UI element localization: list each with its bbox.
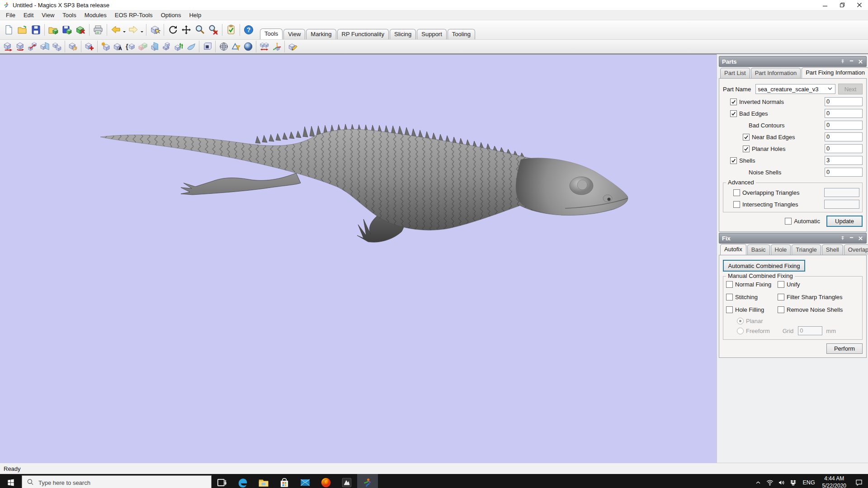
ribbon-tab-tools[interactable]: Tools (260, 28, 283, 39)
freeform-radio[interactable] (737, 328, 744, 334)
planar-radio[interactable] (737, 318, 744, 324)
tab-overlap[interactable]: Overlap (844, 244, 868, 255)
action-center-icon[interactable] (850, 474, 868, 488)
wireframe-view-button[interactable] (217, 41, 230, 52)
perform-button[interactable]: Perform (826, 343, 863, 354)
ribbon-tab-slicing[interactable]: Slicing (390, 29, 416, 39)
search-input[interactable] (38, 479, 184, 487)
intersecting-triangles-value-field[interactable] (824, 200, 859, 209)
save-part-button[interactable] (60, 23, 74, 37)
label-part-button[interactable]: A (112, 41, 124, 52)
firefox-taskbar-button[interactable] (316, 474, 336, 488)
clock[interactable]: 4:44 AM 5/22/2020 (819, 475, 850, 488)
collapse-panel-icon[interactable] (848, 58, 854, 65)
edge-taskbar-button[interactable] (232, 474, 253, 488)
coordinate-system-button[interactable] (270, 41, 283, 52)
ribbon-tab-support[interactable]: Support (417, 29, 447, 39)
close-button[interactable] (851, 0, 868, 10)
hidden-icons-chevron-icon[interactable] (752, 474, 764, 488)
restore-button[interactable] (834, 0, 851, 10)
shaded-view-button[interactable] (242, 41, 254, 52)
ribbon-tab-rp-functionality[interactable]: RP Functionality (337, 29, 389, 39)
translate-part-button[interactable] (2, 41, 14, 52)
shells-value-field[interactable]: 3 (825, 156, 863, 165)
menu-modules[interactable]: Modules (80, 11, 111, 19)
intersecting-triangles-checkbox[interactable] (733, 201, 740, 208)
next-part-button[interactable]: Next (838, 84, 863, 94)
inverted-normals-checkbox[interactable] (730, 99, 737, 105)
ribbon-tab-marking[interactable]: Marking (306, 29, 336, 39)
ribbon-tab-view[interactable]: View (283, 29, 305, 39)
compare-parts-button[interactable] (258, 41, 270, 52)
close-panel-icon[interactable] (857, 235, 863, 241)
store-taskbar-button[interactable] (274, 474, 295, 488)
filter-sharp-triangles-checkbox[interactable] (778, 294, 784, 300)
shrink-part-button[interactable] (99, 41, 112, 52)
collapse-panel-icon[interactable] (848, 235, 854, 241)
merge-parts-button[interactable] (136, 41, 148, 52)
grid-value-field[interactable]: 0 (798, 326, 822, 335)
dropdown-arrow-icon[interactable] (123, 31, 126, 34)
tab-autofix[interactable]: Autofix (720, 244, 746, 255)
edit-triangles-button[interactable] (287, 41, 299, 52)
fix-panel-header[interactable]: Fix (719, 233, 867, 244)
close-panel-icon[interactable] (857, 58, 863, 65)
task-view-taskbar-button[interactable] (212, 474, 232, 488)
tab-basic[interactable]: Basic (747, 244, 770, 255)
tab-part-information[interactable]: Part Information (751, 68, 801, 78)
sea-creature-lizard-model[interactable] (0, 55, 717, 463)
remove-noise-shells-checkbox[interactable] (778, 306, 784, 313)
overlapping-triangles-checkbox[interactable] (733, 189, 740, 196)
help-button[interactable]: ? (242, 23, 255, 37)
near-bad-edges-value-field[interactable]: 0 (825, 132, 863, 141)
inverted-normals-value-field[interactable]: 0 (825, 97, 863, 106)
tab-shell[interactable]: Shell (822, 244, 843, 255)
fix-wizard-button[interactable] (224, 23, 238, 37)
automatic-checkbox[interactable] (785, 218, 792, 225)
duplicate-part-button[interactable] (51, 41, 63, 52)
add-part-button[interactable] (83, 41, 95, 52)
normal-fixing-checkbox[interactable] (726, 281, 733, 288)
bad-contours-value-field[interactable]: 0 (825, 121, 863, 130)
pick-part-button[interactable] (148, 23, 162, 37)
rotate-part-button[interactable] (14, 41, 26, 52)
bad-edges-checkbox[interactable] (730, 110, 737, 117)
boolean-parts-button[interactable] (160, 41, 173, 52)
hollow-part-button[interactable] (201, 41, 213, 52)
zoom-out-button[interactable] (207, 23, 220, 37)
minimize-button[interactable] (816, 0, 834, 10)
save-button[interactable] (29, 23, 42, 37)
game-app-taskbar-button[interactable] (336, 474, 357, 488)
near-bad-edges-checkbox[interactable] (743, 134, 750, 141)
network-icon[interactable] (764, 474, 776, 488)
menu-edit[interactable]: Edit (19, 11, 38, 19)
zoom-in-button[interactable] (193, 23, 207, 37)
menu-tools[interactable]: Tools (58, 11, 80, 19)
ribbon-tab-tooling[interactable]: Tooling (448, 29, 475, 39)
update-button[interactable]: Update (826, 216, 863, 227)
print-button[interactable] (91, 23, 105, 37)
triangle-filter-button[interactable] (230, 41, 242, 52)
shells-checkbox[interactable] (730, 157, 737, 164)
grab-part-button[interactable] (67, 41, 79, 52)
bad-edges-value-field[interactable]: 0 (825, 109, 863, 118)
stitching-checkbox[interactable] (726, 294, 733, 300)
unify-checkbox[interactable] (778, 281, 784, 288)
offset-surface-button[interactable] (185, 41, 197, 52)
remove-part-button[interactable] (74, 23, 87, 37)
volume-icon[interactable] (776, 474, 788, 488)
menu-eos-rp-tools[interactable]: EOS RP-Tools (111, 11, 157, 19)
tab-hole[interactable]: Hole (771, 244, 791, 255)
tab-part-fixing-information[interactable]: Part Fixing Information (802, 67, 868, 78)
cut-part-button[interactable] (148, 41, 160, 52)
new-document-button[interactable] (2, 23, 15, 37)
dropbox-icon[interactable] (788, 474, 799, 488)
parts-panel-header[interactable]: Parts (719, 56, 867, 67)
menu-file[interactable]: File (2, 11, 19, 19)
language-indicator[interactable]: ENG (799, 479, 819, 486)
tab-triangle[interactable]: Triangle (792, 244, 821, 255)
start-button[interactable] (0, 474, 22, 488)
overlapping-triangles-value-field[interactable] (824, 188, 859, 197)
noise-shells-value-field[interactable]: 0 (825, 168, 863, 177)
planar-holes-value-field[interactable]: 0 (825, 144, 863, 153)
